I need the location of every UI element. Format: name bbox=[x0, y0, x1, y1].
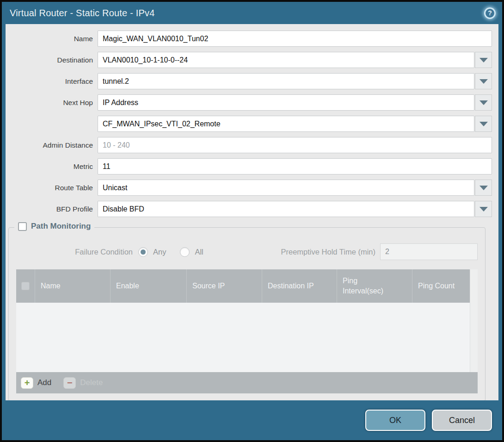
next-hop-label: Next Hop bbox=[6, 99, 98, 107]
failure-condition-all-radio[interactable] bbox=[180, 247, 190, 257]
form-row-destination: Destination bbox=[6, 52, 492, 68]
metric-input[interactable] bbox=[98, 158, 492, 174]
column-header-source-ip[interactable]: Source IP bbox=[186, 269, 262, 303]
destination-input[interactable] bbox=[98, 52, 474, 68]
delete-button-label: Delete bbox=[80, 378, 103, 387]
select-all-checkbox[interactable] bbox=[21, 282, 30, 290]
preemptive-hold-time-group: Preemptive Hold Time (min) bbox=[281, 243, 478, 260]
name-label: Name bbox=[6, 35, 98, 43]
form-row-name: Name bbox=[6, 31, 492, 47]
path-monitoring-group: Path Monitoring Failure Condition Any Al… bbox=[8, 227, 486, 400]
failure-condition-label: Failure Condition bbox=[16, 248, 133, 256]
dialog-window: Virtual Router - Static Route - IPv4 ? N… bbox=[0, 0, 504, 442]
form-row-next-hop: Next Hop bbox=[6, 94, 492, 111]
chevron-down-icon bbox=[479, 122, 488, 126]
chevron-down-icon bbox=[479, 207, 488, 212]
bfd-profile-input[interactable] bbox=[98, 201, 474, 217]
column-header-ping-count[interactable]: Ping Count bbox=[412, 269, 470, 303]
metric-label: Metric bbox=[6, 162, 98, 171]
destination-dropdown-button[interactable] bbox=[475, 52, 492, 68]
path-monitoring-checkbox[interactable] bbox=[18, 222, 27, 231]
route-table-label: Route Table bbox=[6, 184, 98, 192]
title-bar: Virtual Router - Static Route - IPv4 ? bbox=[2, 2, 502, 24]
chevron-down-icon bbox=[479, 79, 488, 84]
form-row-route-table: Route Table bbox=[6, 180, 492, 196]
path-monitoring-legend: Path Monitoring bbox=[14, 222, 94, 231]
next-hop-address-dropdown-button[interactable] bbox=[475, 116, 492, 132]
delete-icon: − bbox=[63, 377, 76, 389]
dialog-footer: OK Cancel bbox=[2, 400, 502, 440]
failure-condition-any-radio[interactable] bbox=[138, 247, 148, 257]
next-hop-type-input[interactable] bbox=[98, 94, 474, 111]
preemptive-hold-time-label: Preemptive Hold Time (min) bbox=[281, 248, 375, 256]
path-monitoring-table: Name Enable Source IP Destination IP Pin… bbox=[16, 269, 478, 393]
cancel-button[interactable]: Cancel bbox=[432, 410, 492, 431]
destination-label: Destination bbox=[6, 56, 98, 64]
interface-input[interactable] bbox=[98, 73, 474, 89]
failure-condition-all-label: All bbox=[195, 248, 203, 256]
form-row-metric: Metric bbox=[6, 158, 492, 174]
delete-button[interactable]: − Delete bbox=[63, 377, 103, 389]
help-icon[interactable]: ? bbox=[484, 7, 496, 19]
column-header-name[interactable]: Name bbox=[35, 269, 110, 303]
bfd-profile-dropdown-button[interactable] bbox=[475, 201, 492, 217]
next-hop-address-input[interactable] bbox=[98, 116, 474, 132]
route-table-dropdown-button[interactable] bbox=[475, 180, 492, 196]
form-row-next-hop-address bbox=[6, 116, 492, 132]
chevron-down-icon bbox=[479, 58, 488, 62]
ok-button[interactable]: OK bbox=[365, 410, 425, 431]
dialog-title: Virtual Router - Static Route - IPv4 bbox=[10, 8, 155, 19]
dialog-body: Name Destination Interface Next Hop bbox=[6, 24, 498, 400]
table-toolbar: + Add − Delete bbox=[16, 372, 478, 393]
table-header-checkbox-cell bbox=[16, 269, 35, 303]
column-header-enable[interactable]: Enable bbox=[110, 269, 186, 303]
admin-distance-input[interactable] bbox=[98, 137, 492, 153]
form-row-interface: Interface bbox=[6, 73, 492, 89]
bfd-profile-label: BFD Profile bbox=[6, 205, 98, 213]
add-button[interactable]: + Add bbox=[21, 377, 51, 389]
failure-condition-any-label: Any bbox=[153, 248, 166, 256]
form-row-admin-distance: Admin Distance bbox=[6, 137, 492, 153]
add-button-label: Add bbox=[37, 378, 51, 387]
interface-dropdown-button[interactable] bbox=[475, 73, 492, 89]
name-input[interactable] bbox=[98, 31, 492, 47]
table-scrollbar-gutter[interactable] bbox=[470, 269, 478, 372]
form-row-bfd-profile: BFD Profile bbox=[6, 201, 492, 217]
interface-label: Interface bbox=[6, 77, 98, 86]
table-body-empty bbox=[16, 303, 470, 372]
chevron-down-icon bbox=[479, 186, 488, 190]
route-table-input[interactable] bbox=[98, 180, 474, 196]
failure-condition-row: Failure Condition Any All Preemptive Hol… bbox=[16, 243, 478, 260]
path-monitoring-title: Path Monitoring bbox=[31, 222, 91, 231]
admin-distance-label: Admin Distance bbox=[6, 141, 98, 149]
table-header-row: Name Enable Source IP Destination IP Pin… bbox=[16, 269, 470, 303]
chevron-down-icon bbox=[479, 100, 488, 105]
column-header-ping-interval[interactable]: Ping Interval(sec) bbox=[337, 269, 412, 303]
column-header-destination-ip[interactable]: Destination IP bbox=[262, 269, 337, 303]
add-icon: + bbox=[21, 377, 33, 389]
preemptive-hold-time-input[interactable] bbox=[380, 243, 478, 260]
next-hop-type-dropdown-button[interactable] bbox=[475, 94, 492, 111]
